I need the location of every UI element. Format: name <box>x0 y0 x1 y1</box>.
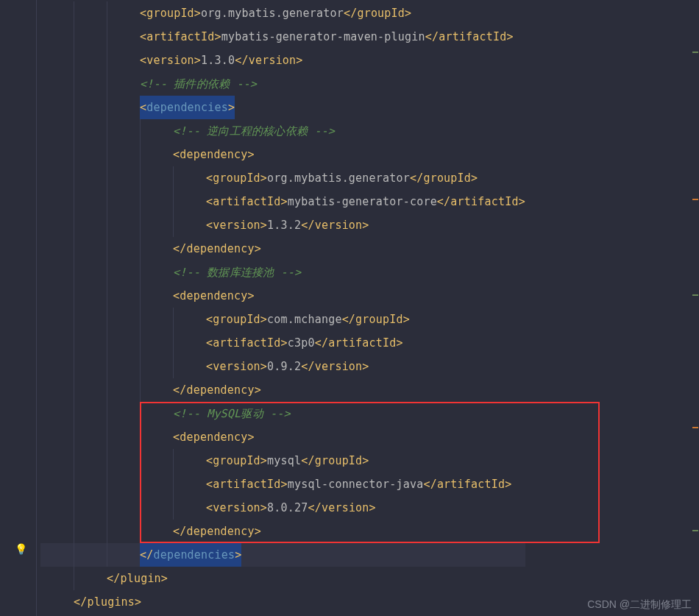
token-tag: version <box>213 360 260 373</box>
token-tag: groupId <box>355 313 403 326</box>
indent-guide <box>107 119 140 143</box>
code-line[interactable]: <artifactId>c3p0</artifactId> <box>40 331 525 355</box>
token-bracket: > <box>403 313 410 326</box>
code-line[interactable]: <groupId>com.mchange</groupId> <box>40 308 525 331</box>
error-stripe-marker[interactable] <box>692 530 698 531</box>
token-bracket: > <box>135 595 141 609</box>
code-line[interactable]: <dependency> <box>40 284 525 308</box>
code-line[interactable]: <dependency> <box>40 425 525 449</box>
code-line[interactable]: </dependency> <box>40 378 525 402</box>
token-text: mysql <box>267 454 301 467</box>
token-bracket: < <box>206 336 213 350</box>
code-line[interactable]: <groupId>org.mybatis.generator</groupId> <box>40 166 525 190</box>
token-bracket: < <box>206 478 213 491</box>
code-line[interactable]: <!-- 插件的依赖 --> <box>40 72 525 96</box>
token-text: 8.0.27 <box>267 501 308 514</box>
indent-guide <box>140 402 173 425</box>
error-stripe-marker[interactable] <box>692 199 698 200</box>
indent-guide <box>74 213 107 237</box>
token-comment: <!-- 逆向工程的核心依赖 --> <box>173 124 335 138</box>
code-line[interactable]: </dependencies> <box>40 543 525 567</box>
indent-guide <box>107 520 140 543</box>
indent-guide <box>107 472 140 496</box>
indent-guide <box>107 72 140 96</box>
code-line[interactable]: <version>8.0.27</version> <box>40 496 525 520</box>
token-tag: version <box>146 54 194 67</box>
error-stripe-marker[interactable] <box>692 427 698 428</box>
code-line[interactable]: <dependencies> <box>40 96 525 119</box>
indent-guide <box>40 190 74 213</box>
indent-guide <box>173 496 206 520</box>
token-bracket: </ <box>301 219 314 232</box>
indent-guide <box>74 1 107 25</box>
code-line[interactable]: </plugins> <box>40 590 525 614</box>
indent-guide <box>107 496 140 520</box>
code-line[interactable]: <groupId>mysql</groupId> <box>40 449 525 472</box>
code-line[interactable]: <artifactId>mysql-connector-java</artifa… <box>40 472 525 496</box>
token-tag: artifactId <box>213 336 280 350</box>
code-line[interactable]: <version>0.9.2</version> <box>40 355 525 378</box>
indent-guide <box>107 402 140 425</box>
token-tag: groupId <box>315 454 363 467</box>
error-stripe-marker[interactable] <box>692 52 698 53</box>
indent-guide <box>107 96 140 119</box>
error-stripe-marker[interactable] <box>692 294 698 296</box>
indent-guide <box>107 261 140 284</box>
token-bracket: > <box>235 548 241 562</box>
token-bracket: > <box>228 101 235 114</box>
token-tag: version <box>322 501 369 514</box>
token-tag: groupId <box>213 313 260 326</box>
indent-guide <box>74 355 107 378</box>
indent-guide <box>74 96 107 119</box>
indent-guide <box>40 567 74 590</box>
indent-guide <box>140 190 173 213</box>
lightbulb-icon[interactable]: 💡 <box>15 543 27 555</box>
token-bracket: </ <box>301 360 314 373</box>
code-line[interactable]: <artifactId>mybatis-generator-core</arti… <box>40 190 525 213</box>
token-tag: plugin <box>120 572 160 585</box>
code-line[interactable]: <dependency> <box>40 143 525 166</box>
indent-guide <box>140 520 173 543</box>
token-bracket: > <box>260 219 267 232</box>
indent-guide <box>173 190 206 213</box>
token-bracket: > <box>260 171 267 185</box>
token-text: mybatis-generator-core <box>288 195 437 208</box>
token-bracket: > <box>255 242 261 255</box>
token-tag: version <box>315 360 363 373</box>
code-line[interactable]: <version>1.3.0</version> <box>40 49 525 72</box>
code-line[interactable]: <!-- 逆向工程的核心依赖 --> <box>40 119 525 143</box>
token-bracket: < <box>206 171 213 185</box>
indent-guide <box>140 425 173 449</box>
indent-guide <box>107 449 140 472</box>
token-bracket: > <box>405 7 411 20</box>
code-line[interactable]: <groupId>org.mybatis.generator</groupId> <box>40 1 525 25</box>
indent-guide <box>107 49 140 72</box>
token-tag: artifactId <box>328 336 396 350</box>
code-editor-content[interactable]: <groupId>org.mybatis.generator</groupId>… <box>40 1 525 614</box>
indent-guide <box>40 331 74 355</box>
code-line[interactable]: </plugin> <box>40 567 525 590</box>
indent-guide <box>40 590 74 614</box>
code-line[interactable]: </dependency> <box>40 520 525 543</box>
code-line[interactable]: <!-- MySQL驱动 --> <box>40 402 525 425</box>
indent-guide <box>74 237 107 261</box>
indent-guide <box>74 284 107 308</box>
token-comment: <!-- 插件的依赖 --> <box>140 77 257 91</box>
token-tag: groupId <box>357 7 405 20</box>
code-line[interactable]: <!-- 数据库连接池 --> <box>40 261 525 284</box>
indent-guide <box>40 449 74 472</box>
token-bracket: </ <box>423 478 436 491</box>
code-line[interactable]: <version>1.3.2</version> <box>40 213 525 237</box>
indent-guide <box>40 496 74 520</box>
indent-guide <box>40 378 74 402</box>
marker-bar <box>689 0 699 616</box>
indent-guide <box>107 1 140 25</box>
code-line[interactable]: <artifactId>mybatis-generator-maven-plug… <box>40 25 525 49</box>
indent-guide <box>40 355 74 378</box>
token-bracket: < <box>140 101 146 114</box>
indent-guide <box>40 284 74 308</box>
code-line[interactable]: </dependency> <box>40 237 525 261</box>
token-bracket: > <box>471 171 478 185</box>
indent-guide <box>40 25 74 49</box>
token-bracket: </ <box>425 30 439 43</box>
